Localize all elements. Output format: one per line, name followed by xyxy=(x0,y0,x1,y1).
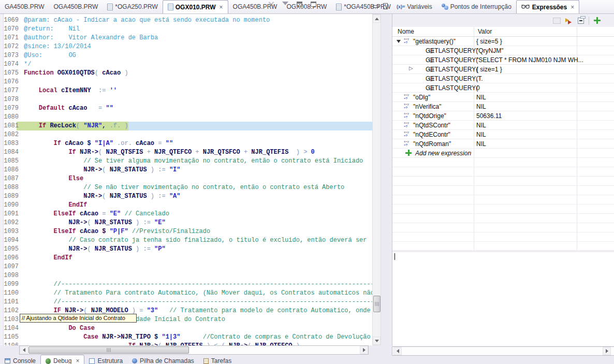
maximize-view-icon[interactable] xyxy=(311,2,316,7)
minimize-view-icon[interactable] xyxy=(297,2,302,7)
close-icon[interactable]: × xyxy=(571,4,574,10)
reorganize-icon[interactable] xyxy=(565,17,573,24)
code-text: NJR->( NJR_STATUS ) := "E" xyxy=(24,219,166,227)
code-line-1093[interactable]: 1093 ElseIf cAcao $ "P|F" //Previsto/Fin… xyxy=(0,227,372,236)
panel-tab-pontos-de-interrup-o[interactable]: Pontos de Interrupção xyxy=(437,0,516,13)
code-line-1098[interactable]: 1098 xyxy=(0,271,372,280)
scroll-right-button[interactable] xyxy=(360,346,368,354)
code-line-1076[interactable]: 1076 xyxy=(0,78,372,86)
column-header-nome[interactable]: Nome xyxy=(398,28,414,35)
code-line-1078[interactable]: 1078 xyxy=(0,95,372,104)
code-line-1075[interactable]: 1075Function OGX010QTDS( cAcao ) xyxy=(0,69,372,78)
scroll-left-button[interactable] xyxy=(20,346,28,354)
code-line-1071[interactable]: 1071@author: Vitor Alexandre de Barba xyxy=(0,34,372,42)
expression-row[interactable]: x+y=?"oDlg"NIL xyxy=(392,93,614,102)
expression-row[interactable]: ▷GETLASTQUERY({ size=1 } xyxy=(392,65,614,74)
editor-tab-ogx010prw[interactable]: OGX010.PRW× xyxy=(163,0,228,13)
scroll-right-button[interactable] xyxy=(603,347,611,355)
expression-row[interactable]: GETLASTQUERY("SELECT * FROM NJM010 NJM W… xyxy=(392,55,614,65)
code-line-1104[interactable]: 1104 Do Case xyxy=(0,324,372,333)
code-line-1085[interactable]: 1085 // Se tiver alguma movimentação no … xyxy=(0,157,372,166)
code-line-1086[interactable]: 1086 NJR->( NJR_STATUS ) := "I" xyxy=(0,166,372,174)
code-line-1074[interactable]: 1074*/ xyxy=(0,60,372,69)
bottom-tab-console[interactable]: Console xyxy=(0,355,40,364)
bottom-tab-estrutura[interactable]: Estrutura xyxy=(84,355,127,364)
bottom-tab-pilha-de-chamadas[interactable]: Pilha de Chamadas xyxy=(127,355,199,364)
debug-side-panel: (x)=VariáveisPontos de InterrupçãoExpres… xyxy=(392,0,614,364)
code-text: If NJR->( NJR_QTSFIS + NJR_QTEFCO + NJR_… xyxy=(24,148,315,157)
minimize-icon[interactable] xyxy=(373,5,379,8)
close-icon[interactable]: × xyxy=(220,4,223,10)
show-type-icon[interactable] xyxy=(553,18,561,24)
code-line-1094[interactable]: 1094 // Caso contrato ja tenha sido fina… xyxy=(0,236,372,245)
code-line-1090[interactable]: 1090 EndIf xyxy=(0,201,372,210)
expression-name: "nQtdOrige" xyxy=(413,112,446,120)
code-line-1079[interactable]: 1079 Default cAcao = "" xyxy=(0,104,372,113)
code-line-1089[interactable]: 1089 NJR->( NJR_STATUS ) := "A" xyxy=(0,192,372,201)
maximize-icon[interactable] xyxy=(383,3,388,9)
expression-row[interactable]: x+y=?"nQtdOrige"50636.11 xyxy=(392,111,614,121)
filter-icon[interactable] xyxy=(282,2,288,8)
column-header-valor[interactable]: Valor xyxy=(478,28,492,35)
code-line-1077[interactable]: 1077 Local cItemNNY := '' xyxy=(0,86,372,95)
scroll-down-button[interactable] xyxy=(373,337,381,345)
code-line-1091[interactable]: 1091 ElseIf cAcao = "E" // Cancelado xyxy=(0,210,372,219)
expression-row[interactable]: GETLASTQUERY(0 xyxy=(392,83,614,93)
code-line-1081[interactable]: 1081 If RecLock( "NJR", .f. ) xyxy=(0,122,372,130)
code-line-1072[interactable]: 1072@since: 13/10/2014 xyxy=(0,42,372,51)
code-line-1096[interactable]: 1096 EndIf xyxy=(0,254,372,263)
unlink-icon[interactable] xyxy=(268,2,274,7)
code-line-1084[interactable]: 1084 If NJR->( NJR_QTSFIS + NJR_QTEFCO +… xyxy=(0,148,372,157)
expression-row[interactable]: Add new expression xyxy=(392,149,614,158)
scroll-left-button[interactable] xyxy=(393,347,402,355)
code-text: Local cItemNNY := '' xyxy=(24,86,117,95)
code-editor[interactable]: 1069@param: cAcao - Indicar a acao que e… xyxy=(0,14,372,345)
expression-row[interactable]: x+y=?"nQtdEContr"NIL xyxy=(392,130,614,139)
editor-vertical-scrollbar[interactable] xyxy=(372,14,381,345)
panel-tab-vari-veis[interactable]: (x)=Variáveis xyxy=(392,0,437,13)
code-line-1088[interactable]: 1088 // Se não tiver movimentação no con… xyxy=(0,183,372,192)
code-line-1097[interactable]: 1097 xyxy=(0,263,372,271)
code-line-1070[interactable]: 1070@return: Nil xyxy=(0,25,372,34)
expression-name: "getlastquery()" xyxy=(413,38,456,45)
editor-tab-oga450bprw[interactable]: OGA450B.PRW xyxy=(49,0,103,13)
collapse-all-icon[interactable] xyxy=(578,18,584,24)
editor-horizontal-scrollbar[interactable] xyxy=(19,345,369,355)
horizontal-scroll-thumb[interactable] xyxy=(28,346,189,354)
panel-tab-express-es[interactable]: Expressões× xyxy=(516,0,579,13)
expression-row[interactable]: x+y=?"nVerifica"NIL xyxy=(392,102,614,111)
code-line-1087[interactable]: 1087 Else xyxy=(0,174,372,183)
code-line-1092[interactable]: 1092 NJR->( NJR_STATUS ) := "E" xyxy=(0,219,372,227)
panel-horizontal-scrollbar[interactable] xyxy=(392,346,614,356)
code-text: NJR->( NJR_STATUS ) := "I" xyxy=(24,166,180,174)
code-line-1105[interactable]: 1105 Case NJR->NJR_TIPO $ "1|3" //Contra… xyxy=(0,333,372,342)
tree-expanded-icon[interactable] xyxy=(397,40,401,45)
code-line-1073[interactable]: 1073@Uso: OG xyxy=(0,51,372,60)
code-line-1082[interactable]: 1082 xyxy=(0,130,372,139)
add-expression-icon[interactable] xyxy=(594,17,601,24)
code-line-1083[interactable]: 1083 If cAcao $ "I|A" .or. cAcao = "" xyxy=(0,139,372,148)
expression-row[interactable]: GETLASTQUERY("QryNJM" xyxy=(392,46,614,55)
code-line-1080[interactable]: 1080 xyxy=(0,113,372,122)
bottom-tab-debug[interactable]: Debug× xyxy=(40,355,84,364)
code-line-1101[interactable]: 1101 //---------------------------------… xyxy=(0,298,372,307)
code-line-1099[interactable]: 1099 //---------------------------------… xyxy=(0,280,372,289)
code-line-1106[interactable]: 1106 If NJR->( NJR_QTEFIS ) < ( NJR->( N… xyxy=(0,342,372,345)
scroll-up-button[interactable] xyxy=(373,14,381,23)
code-line-1100[interactable]: 1100 // Tratamento Para contrato Automat… xyxy=(0,289,372,298)
tree-collapsed-icon[interactable]: ▷ xyxy=(409,65,413,71)
expression-row[interactable]: x+y=?"nQtdSContr"NIL xyxy=(392,121,614,130)
close-icon[interactable]: × xyxy=(76,358,79,364)
vertical-scroll-thumb[interactable] xyxy=(373,296,381,312)
editor-tab-ga450bprw[interactable]: GA450B.PRW xyxy=(0,0,49,13)
expression-row[interactable]: x+y=?"getlastquery()"{ size=5 } xyxy=(392,37,614,46)
code-line-1069[interactable]: 1069@param: cAcao - Indicar a acao que e… xyxy=(0,16,372,25)
expression-row[interactable]: x+y=?"nQtdRoman"NIL xyxy=(392,139,614,149)
editor-tab-oga250prw[interactable]: *OGA250.PRW xyxy=(103,0,162,13)
expression-name: "oDlg" xyxy=(413,94,430,101)
add-expression-icon[interactable] xyxy=(405,150,412,156)
expression-row[interactable]: GETLASTQUERY(.T. xyxy=(392,74,614,83)
detail-pane-sash[interactable] xyxy=(392,250,614,252)
bottom-tab-tarefas[interactable]: Tarefas xyxy=(199,355,236,364)
code-line-1095[interactable]: 1095 NJR->( NJR_STATUS ) := "P" xyxy=(0,245,372,254)
